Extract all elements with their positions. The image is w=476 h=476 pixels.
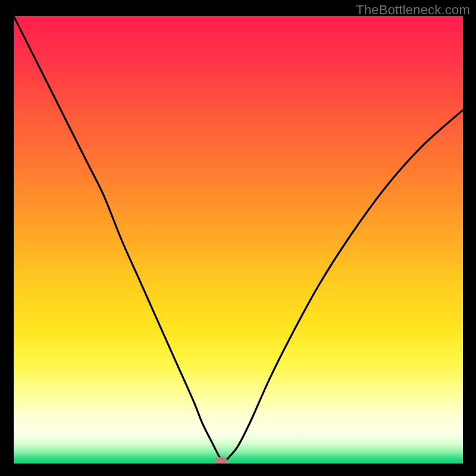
plot-inner <box>14 16 463 464</box>
optimal-marker <box>215 457 227 464</box>
gradient-background <box>14 16 463 464</box>
chart-frame: TheBottleneck.com <box>0 0 476 476</box>
plot-area <box>14 16 463 464</box>
gradient-plot <box>14 16 463 464</box>
